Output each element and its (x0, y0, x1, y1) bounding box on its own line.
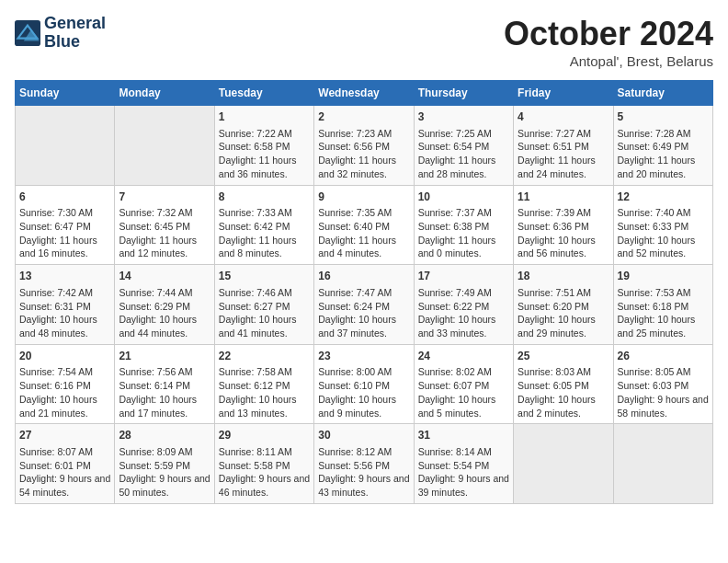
calendar-cell: 11Sunrise: 7:39 AMSunset: 6:36 PMDayligh… (514, 185, 613, 265)
day-number: 11 (518, 190, 609, 205)
day-info: Daylight: 9 hours and 58 minutes. (618, 393, 709, 419)
day-number: 9 (318, 190, 409, 205)
day-info: Sunrise: 7:32 AM (119, 206, 210, 220)
day-info: Daylight: 10 hours and 13 minutes. (219, 393, 310, 419)
day-info: Sunrise: 8:14 AM (418, 445, 509, 459)
day-info: Daylight: 11 hours and 24 minutes. (518, 154, 609, 180)
day-info: Sunrise: 7:39 AM (518, 206, 609, 220)
logo-line1: General (44, 15, 106, 33)
calendar-cell: 22Sunrise: 7:58 AMSunset: 6:12 PMDayligh… (214, 344, 313, 424)
location-subtitle: Antopal', Brest, Belarus (504, 53, 713, 69)
day-info: Daylight: 11 hours and 12 minutes. (119, 234, 210, 260)
calendar-cell: 24Sunrise: 8:02 AMSunset: 6:07 PMDayligh… (414, 344, 513, 424)
day-info: Sunrise: 7:35 AM (318, 206, 409, 220)
day-info: Sunset: 5:54 PM (418, 459, 509, 473)
day-info: Daylight: 11 hours and 28 minutes. (418, 154, 509, 180)
day-info: Sunrise: 7:33 AM (219, 206, 310, 220)
calendar-cell: 28Sunrise: 8:09 AMSunset: 5:59 PMDayligh… (115, 424, 214, 504)
day-number: 4 (518, 109, 609, 125)
day-info: Sunrise: 7:30 AM (19, 206, 110, 220)
calendar-cell: 21Sunrise: 7:56 AMSunset: 6:14 PMDayligh… (115, 344, 214, 424)
day-info: Sunrise: 8:05 AM (618, 365, 709, 379)
day-info: Sunset: 6:18 PM (618, 300, 709, 314)
logo: General Blue (15, 15, 106, 52)
day-info: Sunrise: 7:44 AM (119, 286, 210, 300)
day-number: 31 (418, 428, 509, 443)
day-info: Daylight: 10 hours and 25 minutes. (618, 313, 709, 339)
calendar-cell: 27Sunrise: 8:07 AMSunset: 6:01 PMDayligh… (16, 424, 115, 504)
day-info: Daylight: 10 hours and 44 minutes. (119, 313, 210, 339)
weekday-header-sunday: Sunday (16, 81, 115, 106)
day-number: 23 (318, 349, 409, 364)
day-number: 21 (119, 349, 210, 364)
calendar-week-2: 6Sunrise: 7:30 AMSunset: 6:47 PMDaylight… (16, 185, 713, 265)
calendar-cell: 7Sunrise: 7:32 AMSunset: 6:45 PMDaylight… (115, 185, 214, 265)
day-info: Sunset: 6:38 PM (418, 220, 509, 234)
calendar-body: 1Sunrise: 7:22 AMSunset: 6:58 PMDaylight… (16, 106, 713, 504)
day-info: Daylight: 9 hours and 46 minutes. (219, 472, 310, 499)
day-info: Daylight: 10 hours and 9 minutes. (318, 393, 409, 419)
day-info: Sunrise: 7:46 AM (219, 286, 310, 300)
day-number: 20 (19, 349, 110, 364)
day-info: Sunrise: 7:22 AM (219, 127, 310, 141)
day-info: Sunrise: 8:12 AM (318, 445, 409, 459)
logo-text: General Blue (44, 15, 106, 52)
day-info: Sunrise: 8:03 AM (518, 365, 609, 379)
calendar-header: SundayMondayTuesdayWednesdayThursdayFrid… (16, 81, 713, 106)
day-info: Sunset: 6:33 PM (618, 220, 709, 234)
calendar-cell: 3Sunrise: 7:25 AMSunset: 6:54 PMDaylight… (414, 106, 513, 186)
calendar-cell: 25Sunrise: 8:03 AMSunset: 6:05 PMDayligh… (514, 344, 613, 424)
weekday-header-wednesday: Wednesday (314, 81, 414, 106)
title-area: October 2024 Antopal', Brest, Belarus (504, 15, 713, 69)
day-info: Sunrise: 7:37 AM (418, 206, 509, 220)
day-info: Daylight: 10 hours and 29 minutes. (518, 313, 609, 339)
logo-line2: Blue (44, 33, 106, 52)
calendar-cell: 29Sunrise: 8:11 AMSunset: 5:58 PMDayligh… (214, 424, 313, 504)
day-number: 3 (418, 109, 509, 125)
day-info: Sunset: 6:14 PM (119, 379, 210, 393)
day-info: Sunrise: 7:56 AM (119, 365, 210, 379)
day-info: Sunset: 6:56 PM (318, 140, 409, 154)
day-number: 28 (119, 428, 210, 443)
day-info: Daylight: 10 hours and 17 minutes. (119, 393, 210, 419)
day-number: 17 (418, 269, 509, 284)
day-info: Sunset: 6:20 PM (518, 300, 609, 314)
day-info: Daylight: 11 hours and 36 minutes. (219, 154, 310, 180)
day-info: Daylight: 10 hours and 33 minutes. (418, 313, 509, 339)
calendar-cell: 4Sunrise: 7:27 AMSunset: 6:51 PMDaylight… (514, 106, 613, 186)
day-info: Daylight: 11 hours and 20 minutes. (618, 154, 709, 180)
day-info: Sunset: 6:51 PM (518, 140, 609, 154)
day-info: Sunset: 6:58 PM (219, 140, 310, 154)
calendar-table: SundayMondayTuesdayWednesdayThursdayFrid… (15, 80, 713, 504)
day-info: Daylight: 11 hours and 16 minutes. (19, 234, 110, 260)
calendar-cell: 8Sunrise: 7:33 AMSunset: 6:42 PMDaylight… (214, 185, 313, 265)
day-info: Sunset: 6:12 PM (219, 379, 310, 393)
weekday-header-tuesday: Tuesday (214, 81, 313, 106)
calendar-cell: 9Sunrise: 7:35 AMSunset: 6:40 PMDaylight… (314, 185, 414, 265)
day-info: Sunrise: 7:54 AM (19, 365, 110, 379)
calendar-cell: 31Sunrise: 8:14 AMSunset: 5:54 PMDayligh… (414, 424, 513, 504)
day-info: Daylight: 9 hours and 54 minutes. (19, 472, 110, 499)
day-number: 26 (618, 349, 709, 364)
day-info: Daylight: 9 hours and 39 minutes. (418, 472, 509, 499)
day-info: Sunrise: 7:42 AM (19, 286, 110, 300)
calendar-week-1: 1Sunrise: 7:22 AMSunset: 6:58 PMDaylight… (16, 106, 713, 186)
day-info: Sunset: 6:07 PM (418, 379, 509, 393)
day-info: Sunset: 6:03 PM (618, 379, 709, 393)
day-number: 13 (19, 269, 110, 284)
day-number: 19 (618, 269, 709, 284)
day-info: Sunset: 6:22 PM (418, 300, 509, 314)
weekday-header-row: SundayMondayTuesdayWednesdayThursdayFrid… (16, 81, 713, 106)
day-info: Daylight: 9 hours and 43 minutes. (318, 472, 409, 499)
day-info: Sunrise: 7:47 AM (318, 286, 409, 300)
calendar-cell (613, 424, 712, 504)
day-info: Daylight: 11 hours and 8 minutes. (219, 234, 310, 260)
month-title: October 2024 (504, 15, 713, 53)
calendar-cell: 19Sunrise: 7:53 AMSunset: 6:18 PMDayligh… (613, 265, 712, 345)
day-info: Sunset: 6:47 PM (19, 220, 110, 234)
day-info: Sunset: 5:59 PM (119, 459, 210, 473)
calendar-cell: 30Sunrise: 8:12 AMSunset: 5:56 PMDayligh… (314, 424, 414, 504)
calendar-week-4: 20Sunrise: 7:54 AMSunset: 6:16 PMDayligh… (16, 344, 713, 424)
day-info: Sunset: 5:58 PM (219, 459, 310, 473)
calendar-cell: 13Sunrise: 7:42 AMSunset: 6:31 PMDayligh… (16, 265, 115, 345)
